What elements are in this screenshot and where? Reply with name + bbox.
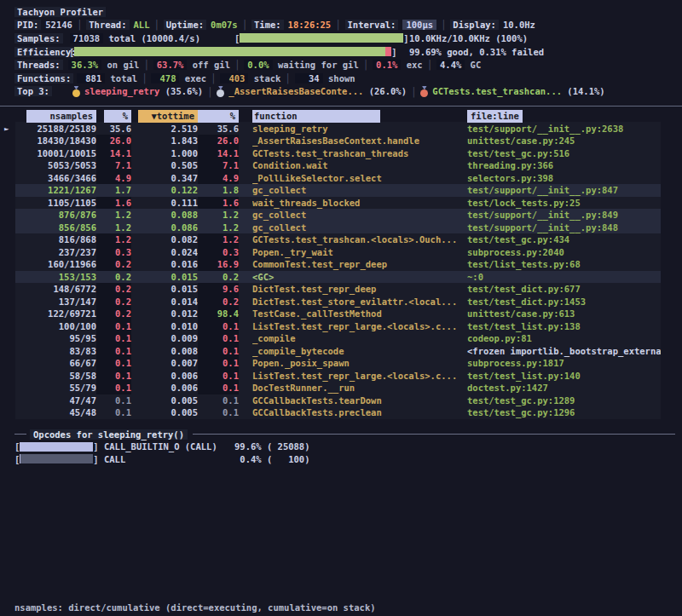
- cell-file-line: threading.py:366: [467, 159, 661, 172]
- cell-cumulative-pct: 35.6: [198, 123, 239, 135]
- table-row[interactable]: 876/876 1.2 0.088 1.2 gc_collect test/su…: [15, 209, 661, 222]
- status-label: PID:: [14, 20, 41, 30]
- cell-gap: [239, 296, 252, 308]
- column-header-cumulative-pct[interactable]: %: [198, 110, 239, 123]
- table-row[interactable]: 3466/3466 4.9 0.347 4.9 _PollLikeSelecto…: [15, 172, 661, 185]
- cell-tottime: 0.010: [131, 320, 198, 333]
- opcode-name: CALL: [99, 454, 126, 464]
- cell-direct-pct: 0.1: [96, 382, 131, 394]
- table-row[interactable]: 160/11966 0.2 0.016 16.9 CommonTest.test…: [15, 258, 661, 271]
- column-header-file-line[interactable]: file:line: [467, 110, 661, 123]
- top3-item[interactable]: _AssertRaisesBaseConte... (26.0%): [217, 86, 407, 96]
- cell-tottime: 2.519: [131, 123, 198, 135]
- cell-cumulative-pct: 1.2: [198, 233, 239, 246]
- column-header-function[interactable]: function: [252, 110, 467, 123]
- cell-tottime: 0.111: [131, 197, 198, 210]
- cell-cumulative-pct: 26.0: [198, 135, 239, 147]
- efficiency-good-fill: [74, 47, 384, 56]
- table-row[interactable]: ► 25188/25189 35.6 2.519 35.6 sleeping_r…: [15, 123, 661, 135]
- table-row[interactable]: 55/79 0.1 0.006 0.1 DocTestRunner.__run …: [15, 382, 661, 394]
- cell-tottime: 1.843: [131, 135, 198, 147]
- cell-gap: [239, 172, 252, 185]
- separator: │: [206, 73, 220, 83]
- table-row[interactable]: 18430/18430 26.0 1.843 26.0 _AssertRaise…: [15, 135, 661, 147]
- cell-tottime: 0.006: [131, 382, 198, 394]
- top3-percentage: (26.0%): [363, 86, 407, 96]
- footer: nsamples: direct/cumulative (direct=exec…: [14, 576, 376, 616]
- table-row[interactable]: 122/69721 0.2 0.012 98.4 TestCase._callT…: [15, 308, 661, 320]
- cell-direct-pct: 1.2: [96, 222, 131, 234]
- cell-direct-pct: 0.1: [96, 345, 131, 358]
- table-row[interactable]: 153/153 0.2 0.015 0.2 <GC> ~:0: [15, 271, 661, 284]
- cell-file-line: test/test_gc.py:1289: [467, 394, 661, 407]
- efficiency-summary: 99.69% good, 0.31% failed: [409, 47, 544, 57]
- footer-legend: nsamples: direct/cumulative (direct=exec…: [14, 602, 376, 614]
- cell-direct-pct: 1.7: [96, 184, 131, 197]
- table-row[interactable]: 10001/10015 14.1 1.000 14.1 GCTests.test…: [15, 147, 661, 160]
- table-row[interactable]: 66/67 0.1 0.007 0.1 Popen._posix_spawn s…: [15, 357, 661, 370]
- table-row[interactable]: 47/47 0.1 0.005 0.1 GCCallbackTests.tear…: [15, 394, 661, 407]
- opcode-bar-fill: [20, 442, 93, 452]
- table-row[interactable]: 58/58 0.1 0.006 0.1 ListTest.test_repr_l…: [15, 370, 661, 383]
- cell-nsamples: 160/11966: [15, 258, 96, 271]
- cell-nsamples: 1105/1105: [15, 197, 96, 210]
- cell-nsamples: 137/147: [15, 296, 96, 308]
- cell-gap: [239, 184, 252, 197]
- cell-function: gc_collect: [252, 222, 467, 234]
- table-row[interactable]: 95/95 0.1 0.009 0.1 _compile codeop.py:8…: [15, 332, 661, 345]
- cell-tottime: 0.015: [131, 271, 198, 284]
- cell-gap: [239, 135, 252, 147]
- table-row[interactable]: 237/237 0.3 0.024 0.3 Popen._try_wait su…: [15, 246, 661, 259]
- cell-tottime: 0.016: [131, 258, 198, 271]
- cell-gap: [239, 222, 252, 234]
- table-row[interactable]: 5053/5053 7.1 0.505 7.1 Condition.wait t…: [15, 159, 661, 172]
- cell-file-line: test/list_tests.py:68: [467, 258, 661, 271]
- status-label: Time:: [251, 20, 284, 30]
- stat-value: 4.4%: [436, 60, 465, 70]
- cell-gap: [239, 406, 252, 419]
- cell-function: _AssertRaisesBaseContext.handle: [252, 135, 467, 147]
- cell-direct-pct: 1.2: [96, 233, 131, 246]
- cell-file-line: doctest.py:1427: [467, 382, 661, 394]
- table-row[interactable]: 816/868 1.2 0.082 1.2 GCTests.test_trash…: [15, 233, 661, 246]
- cell-gap: [239, 159, 252, 172]
- cell-tottime: 0.086: [131, 222, 198, 234]
- table-row[interactable]: 83/83 0.1 0.008 0.1 _compile_bytecode <f…: [15, 345, 661, 358]
- cell-function: gc_collect: [252, 209, 467, 222]
- cell-cumulative-pct: 0.1: [198, 370, 239, 383]
- table-row[interactable]: 100/100 0.1 0.010 0.1 ListTest.test_repr…: [15, 320, 661, 333]
- cell-tottime: 0.012: [131, 308, 198, 320]
- table-row[interactable]: 45/48 0.1 0.005 0.1 GCCallbackTests.prec…: [15, 406, 661, 419]
- column-header-nsamples[interactable]: nsamples: [15, 110, 96, 123]
- cell-tottime: 0.005: [131, 406, 198, 419]
- rule-left: [14, 434, 26, 435]
- cell-nsamples: 58/58: [15, 370, 96, 383]
- cell-direct-pct: 35.6: [96, 123, 131, 135]
- table-row[interactable]: 856/856 1.2 0.086 1.2 gc_collect test/su…: [15, 222, 661, 234]
- top3-item[interactable]: GCTests.test_trashcan... (14.1%): [420, 86, 604, 96]
- cell-direct-pct: 0.3: [96, 246, 131, 259]
- separator: │: [436, 20, 450, 30]
- table-row[interactable]: 148/6772 0.2 0.015 9.6 DictTest.test_rep…: [15, 283, 661, 296]
- column-header-tottime-sorted[interactable]: ▼tottime: [131, 110, 198, 123]
- cell-cumulative-pct: 16.9: [198, 258, 239, 271]
- table-row[interactable]: 1105/1105 1.6 0.111 1.6 wait_threads_blo…: [15, 197, 661, 210]
- efficiency-bar: []: [69, 45, 397, 58]
- cell-function: _compile_bytecode: [252, 345, 467, 358]
- cell-gap: [239, 357, 252, 370]
- cell-cumulative-pct: 7.1: [198, 159, 239, 172]
- stat-value: 0.1%: [373, 60, 401, 70]
- separator: │: [407, 87, 420, 97]
- cell-nsamples: 3466/3466: [15, 172, 96, 185]
- top3-item[interactable]: sleeping_retry (35.6%): [72, 86, 203, 96]
- cell-nsamples: 237/237: [15, 246, 96, 259]
- cell-file-line: test/test_gc.py:516: [467, 147, 661, 160]
- column-header-direct-pct[interactable]: %: [96, 110, 131, 123]
- table-row[interactable]: 1221/1267 1.7 0.122 1.8 gc_collect test/…: [15, 184, 661, 197]
- status-value: 18:26:25: [288, 20, 332, 30]
- cell-direct-pct: 1.2: [96, 209, 131, 222]
- table-row[interactable]: 137/147 0.2 0.014 0.2 DictTest.test_stor…: [15, 296, 661, 308]
- cell-function: sleeping_retry: [252, 123, 467, 135]
- cell-function: gc_collect: [252, 184, 467, 197]
- title-line: Tachyon Profiler: [14, 5, 682, 19]
